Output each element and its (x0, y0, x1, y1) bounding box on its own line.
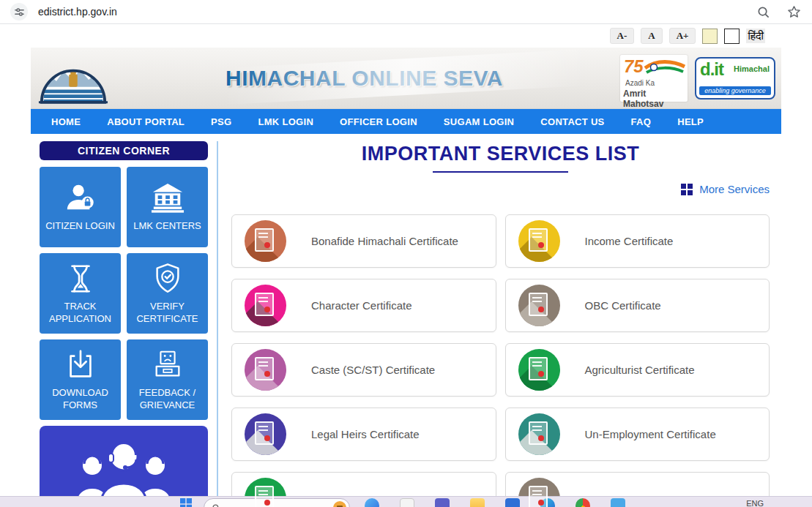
service-label: OBC Certificate (585, 299, 661, 312)
page-content: CITIZEN CORNER CITIZEN LOGIN (31, 134, 781, 507)
service-card-obc[interactable]: OBC Certificate (505, 279, 770, 332)
azadi-75-numeral: 75 (624, 56, 644, 77)
azadi-ka-amrit-mahotsav-logo: 75 Azadi Ka Amrit Mahotsav (620, 55, 688, 102)
certificate-icon (518, 413, 560, 455)
font-increase-button[interactable]: A+ (669, 28, 696, 44)
service-card-unemployment[interactable]: Un-Employment Certificate (505, 408, 770, 461)
search-icon (212, 503, 220, 507)
bookmark-star-icon[interactable] (786, 4, 802, 20)
hourglass-icon (64, 262, 97, 296)
language-toggle[interactable]: हिंदी (746, 29, 765, 43)
tile-label: DOWNLOAD FORMS (42, 387, 118, 412)
service-label: Un-Employment Certificate (585, 428, 716, 440)
dit-brand-text: d.it (700, 59, 723, 79)
service-label: Character Certificate (311, 299, 412, 312)
certificate-icon (245, 413, 286, 455)
accessibility-controls: A- A A+ हिंदी (0, 24, 812, 48)
screen: edistrict.hp.gov.in A- A A+ हिंदी (0, 0, 812, 507)
azadi-line1: Azadi Ka (625, 79, 655, 87)
service-card-income[interactable]: Income Certificate (505, 214, 770, 268)
service-label: Income Certificate (585, 235, 674, 247)
service-card-agriculturist[interactable]: Agriculturist Certificate (505, 343, 770, 397)
nav-faq[interactable]: FAQ (631, 116, 652, 127)
tile-label: VERIFY CERTIFICATE (130, 301, 205, 326)
taskbar-teams-icon[interactable] (435, 498, 450, 507)
grid-icon (681, 184, 693, 195)
sidebar-divider (217, 141, 218, 507)
sidebar-tile-citizen-login[interactable]: CITIZEN LOGIN (40, 167, 121, 247)
taskbar-calendar-icon[interactable] (611, 498, 625, 507)
service-card-caste[interactable]: Caste (SC/ST) Certificate (231, 343, 496, 397)
search-highlight-icon (333, 501, 346, 507)
dit-himachal-logo: d.it Himachal enabling governance (695, 57, 775, 99)
important-services-section: IMPORTANT SERVICES LIST More Services Bo… (231, 141, 781, 507)
theme-white-swatch[interactable] (724, 29, 740, 44)
url-text[interactable]: edistrict.hp.gov.in (38, 6, 117, 18)
taskbar-app-icons (365, 498, 625, 507)
more-services-link[interactable]: More Services (231, 183, 770, 195)
tile-label: CITIZEN LOGIN (45, 220, 115, 233)
nav-sugam-login[interactable]: SUGAM LOGIN (444, 116, 514, 127)
more-services-label: More Services (699, 183, 770, 195)
certificate-icon (245, 220, 286, 262)
citizen-corner-heading: CITIZEN CORNER (40, 141, 208, 160)
sidebar-tile-track-application[interactable]: TRACK APPLICATION (40, 253, 121, 334)
taskbar-notepad-icon[interactable] (400, 498, 414, 507)
sidebar-tile-verify-certificate[interactable]: VERIFY CERTIFICATE (127, 253, 208, 334)
shield-check-icon (151, 262, 185, 296)
main-navigation: HOME ABOUT PORTAL PSG LMK LOGIN OFFICER … (31, 109, 781, 134)
sidebar-tile-grid: CITIZEN LOGIN (40, 167, 208, 420)
taskbar-store-icon[interactable] (505, 498, 520, 507)
font-normal-button[interactable]: A (641, 28, 662, 44)
sidebar-tile-feedback-grievance[interactable]: FEEDBACK / GRIEVANCE (127, 339, 208, 420)
call-center-agents-icon (69, 436, 179, 503)
download-icon (64, 348, 97, 382)
nav-help[interactable]: HELP (677, 116, 704, 127)
tile-label: FEEDBACK / GRIEVANCE (130, 387, 205, 412)
bank-building-icon (151, 181, 185, 215)
nav-lmk-login[interactable]: LMK LOGIN (258, 116, 313, 127)
service-label: Bonafide Himachali Certificate (311, 235, 458, 247)
citizen-corner-sidebar: CITIZEN CORNER CITIZEN LOGIN (40, 141, 208, 507)
service-card-bonafide-himachali[interactable]: Bonafide Himachali Certificate (231, 214, 496, 268)
nav-officer-login[interactable]: OFFICER LOGIN (340, 116, 417, 127)
browser-address-bar[interactable]: edistrict.hp.gov.in (0, 0, 812, 24)
service-card-character[interactable]: Character Certificate (231, 279, 496, 332)
certificate-icon (245, 285, 286, 326)
title-underline (433, 171, 568, 173)
services-grid: Bonafide Himachali Certificate Income Ce… (231, 214, 770, 507)
feedback-box-icon (151, 348, 185, 382)
taskbar-search-box[interactable] (204, 498, 350, 507)
helpline-support-tile[interactable] (40, 426, 208, 503)
windows-start-icon[interactable] (180, 498, 192, 507)
taskbar-chrome-icon[interactable] (576, 498, 590, 507)
user-lock-icon (64, 181, 97, 215)
tile-label: LMK CENTERS (133, 220, 201, 233)
service-label: Caste (SC/ST) Certificate (311, 364, 435, 376)
certificate-icon (518, 285, 560, 326)
service-label: Agriculturist Certificate (585, 364, 695, 376)
azadi-line2: Amrit Mahotsav (623, 89, 688, 109)
taskbar-copilot-icon[interactable] (365, 498, 379, 507)
dit-region-text: Himachal (734, 64, 770, 73)
nav-contact-us[interactable]: CONTACT US (540, 116, 604, 127)
site-settings-icon[interactable] (10, 3, 28, 20)
theme-yellow-swatch[interactable] (702, 29, 718, 44)
site-header-banner: HIMACHAL ONLINE SEVA 75 Azadi Ka Amrit M… (31, 48, 781, 109)
taskbar-language-indicator[interactable]: ENG (746, 498, 764, 507)
windows-taskbar: ENG (0, 496, 812, 507)
nav-psg[interactable]: PSG (211, 116, 231, 127)
certificate-icon (245, 349, 286, 391)
portal-title: HIMACHAL ONLINE SEVA (108, 66, 620, 91)
hp-state-emblem-logo (38, 59, 108, 104)
font-decrease-button[interactable]: A- (610, 28, 635, 44)
certificate-icon (518, 349, 560, 391)
zoom-icon[interactable] (755, 4, 771, 20)
nav-about-portal[interactable]: ABOUT PORTAL (107, 116, 185, 127)
service-card-legal-heirs[interactable]: Legal Heirs Certificate (231, 408, 496, 461)
sidebar-tile-download-forms[interactable]: DOWNLOAD FORMS (40, 339, 121, 420)
nav-home[interactable]: HOME (51, 116, 81, 127)
taskbar-file-explorer-icon[interactable] (470, 498, 485, 507)
sidebar-tile-lmk-centers[interactable]: LMK CENTERS (127, 167, 208, 247)
tricolor-swoosh-icon (644, 58, 686, 77)
